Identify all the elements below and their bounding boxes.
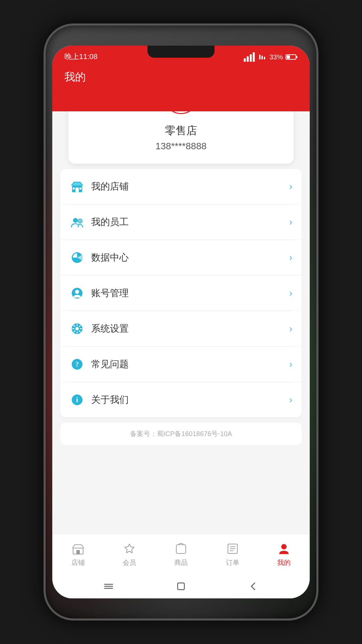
android-menu-btn[interactable] [102, 580, 115, 593]
wifi-icon [257, 54, 267, 60]
nav-goods-icon [174, 541, 188, 556]
nav-store-label: 店铺 [71, 558, 85, 567]
nav-item-mine[interactable]: 我的 [258, 541, 310, 567]
svg-point-20 [75, 327, 79, 330]
staff-icon [70, 215, 84, 229]
signal-icon [244, 52, 255, 62]
nav-orders-icon [225, 541, 240, 556]
svg-text:?: ? [75, 361, 79, 368]
menu-item-settings[interactable]: 系统设置 › [60, 311, 302, 346]
status-icons: 33% [244, 52, 298, 62]
store-phone: 138****8888 [78, 141, 284, 152]
menu-cards: 我的店铺 › [60, 169, 302, 417]
avatar-wrapper [164, 111, 198, 114]
svg-point-12 [73, 218, 78, 223]
nav-mine-label: 我的 [277, 558, 291, 567]
menu-item-data[interactable]: 数据中心 › [60, 240, 302, 275]
profile-card: 零售店 138****8888 [68, 111, 294, 164]
staff-arrow: › [289, 217, 292, 227]
svg-rect-34 [76, 550, 80, 554]
store-label: 我的店铺 [91, 180, 289, 193]
settings-arrow: › [289, 323, 292, 334]
about-icon: i [70, 392, 84, 407]
svg-rect-9 [75, 187, 79, 192]
nav-store-icon [71, 541, 85, 556]
faq-arrow: › [289, 359, 292, 370]
data-arrow: › [289, 252, 292, 263]
nav-goods-label: 商品 [174, 558, 188, 567]
menu-item-account[interactable]: 账号管理 › [60, 276, 302, 311]
page-header: 我的 [52, 64, 310, 111]
svg-point-18 [75, 290, 79, 294]
nav-mine-icon [277, 541, 291, 556]
nav-item-goods[interactable]: 商品 [155, 541, 207, 567]
status-time: 晚上11:08 [64, 52, 98, 62]
page-title: 我的 [64, 70, 298, 85]
account-icon [70, 286, 84, 301]
svg-text:i: i [76, 395, 78, 404]
svg-point-40 [281, 544, 287, 549]
nav-orders-label: 订单 [226, 558, 239, 567]
settings-label: 系统设置 [91, 322, 289, 335]
svg-rect-5 [296, 56, 297, 58]
data-label: 数据中心 [91, 251, 289, 264]
nav-item-orders[interactable]: 订单 [207, 541, 258, 567]
account-label: 账号管理 [91, 287, 289, 300]
svg-rect-35 [176, 545, 186, 553]
menu-item-faq[interactable]: ? 常见问题 › [60, 347, 302, 382]
bottom-nav: 店铺 会员 商品 [52, 534, 310, 574]
svg-rect-2 [264, 57, 265, 59]
svg-rect-10 [73, 187, 75, 190]
footer-note: 备案号：蜀ICP备16018676号-10A [60, 423, 302, 445]
data-icon [70, 250, 84, 265]
about-arrow: › [289, 394, 292, 405]
svg-rect-1 [261, 56, 263, 59]
settings-icon [70, 321, 84, 336]
svg-rect-4 [287, 55, 290, 59]
store-name: 零售店 [78, 123, 284, 138]
svg-rect-0 [259, 55, 260, 59]
menu-item-staff[interactable]: 我的员工 › [60, 205, 302, 240]
account-arrow: › [289, 288, 292, 299]
android-home-btn[interactable] [174, 580, 188, 593]
nav-item-member[interactable]: 会员 [104, 541, 156, 567]
android-nav [52, 574, 310, 598]
battery-icon [286, 54, 298, 60]
about-label: 关于我们 [91, 393, 289, 406]
avatar [164, 111, 198, 114]
faq-icon: ? [70, 357, 84, 372]
svg-rect-11 [79, 187, 81, 190]
nav-item-store[interactable]: 店铺 [52, 541, 104, 567]
faq-label: 常见问题 [91, 358, 289, 371]
nav-member-label: 会员 [123, 558, 136, 567]
menu-area: 零售店 138****8888 我的 [52, 111, 310, 534]
menu-item-store[interactable]: 我的店铺 › [60, 169, 302, 204]
menu-item-about[interactable]: i 关于我们 › [60, 382, 302, 417]
svg-rect-44 [178, 583, 184, 590]
store-icon [70, 179, 84, 194]
nav-member-icon [122, 541, 137, 556]
staff-label: 我的员工 [91, 216, 289, 228]
store-arrow: › [289, 181, 292, 192]
battery-text: 33% [269, 53, 283, 61]
android-back-btn[interactable] [247, 580, 260, 593]
